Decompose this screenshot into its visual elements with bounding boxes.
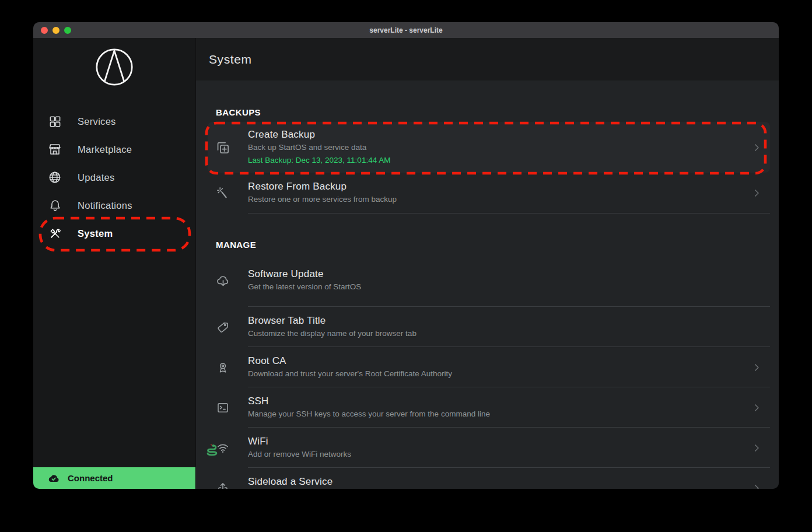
page-title: System	[209, 52, 252, 66]
settings-list: BACKUPSCreate BackupBack up StartOS and …	[196, 80, 779, 489]
sidebar-item-label: System	[78, 228, 113, 239]
cloud-download-icon	[208, 274, 238, 288]
chevron-right-icon	[751, 482, 762, 489]
sidebar-item-notifications[interactable]: Notifications	[33, 191, 195, 219]
cloud-check-icon	[47, 471, 61, 485]
sidebar-item-label: Marketplace	[78, 144, 132, 155]
tools-icon	[48, 226, 62, 240]
sidebar-item-services[interactable]: Services	[33, 107, 195, 135]
connection-status: Connected	[33, 467, 195, 489]
magic-wand-icon	[208, 186, 238, 200]
list-item-subtitle: Back up StartOS and service data	[248, 141, 390, 154]
sidebar-item-label: Notifications	[78, 200, 132, 211]
list-item-subtitle: Add or remove WiFi networks	[248, 448, 351, 461]
duplicate-plus-icon	[208, 140, 238, 155]
list-item-text: Sideload a ServiceManually install a ser…	[248, 475, 335, 489]
list-item-browser-tab-title[interactable]: Browser Tab TitleCustomize the display n…	[208, 307, 770, 347]
storefront-icon	[48, 142, 62, 156]
list-item-text: WiFiAdd or remove WiFi networks	[248, 435, 351, 461]
list-item-wifi[interactable]: WiFiAdd or remove WiFi networks	[208, 428, 770, 468]
list-item-subtitle: Download and trust your server's Root Ce…	[248, 368, 452, 380]
chevron-right-icon	[751, 142, 762, 153]
wifi-icon	[208, 441, 238, 455]
list-item-title: Root CA	[248, 355, 452, 368]
list-item-subtitle: Customize the display name of your brows…	[248, 327, 416, 340]
row-divider	[248, 213, 770, 214]
list-item-text: Create BackupBack up StartOS and service…	[248, 128, 390, 167]
section-heading-manage: MANAGE	[216, 240, 770, 250]
chevron-right-icon	[751, 187, 762, 199]
content-header: System	[196, 38, 779, 80]
sidebar-nav: ServicesMarketplaceUpdatesNotificationsS…	[33, 107, 195, 247]
chevron-right-icon	[751, 442, 762, 454]
list-item-text: Root CADownload and trust your server's …	[248, 355, 452, 380]
chevron-right-icon	[751, 402, 762, 414]
globe-icon	[48, 170, 62, 184]
list-item-text: SSHManage your SSH keys to access your s…	[248, 395, 490, 421]
list-item-title: Software Update	[248, 268, 361, 281]
list-item-title: SSH	[248, 395, 490, 408]
sidebar-item-marketplace[interactable]: Marketplace	[33, 135, 195, 163]
list-item-text: Software UpdateGet the latest version of…	[248, 268, 361, 293]
list-item-create-backup[interactable]: Create BackupBack up StartOS and service…	[208, 122, 770, 173]
titlebar: serverLite - serverLite	[33, 22, 779, 38]
start9-logo	[33, 47, 195, 87]
list-item-title: Sideload a Service	[248, 475, 335, 488]
list-item-root-ca[interactable]: Root CADownload and trust your server's …	[208, 347, 770, 387]
section-heading-backups: BACKUPS	[216, 107, 770, 117]
list-item-text: Browser Tab TitleCustomize the display n…	[248, 314, 416, 340]
status-badge: Connected	[68, 473, 113, 483]
pricetag-icon	[208, 320, 238, 334]
window-title: serverLite - serverLite	[33, 26, 779, 34]
list-item-subtitle: Manually install a service	[248, 488, 335, 489]
sideload-icon	[208, 481, 238, 489]
app-window: serverLite - serverLite ServicesMarketpl…	[33, 22, 779, 489]
sidebar-item-label: Updates	[78, 172, 115, 183]
list-item-sideload-a-service[interactable]: Sideload a ServiceManually install a ser…	[208, 468, 770, 489]
sidebar-item-updates[interactable]: Updates	[33, 163, 195, 191]
grid-icon	[48, 114, 62, 128]
list-item-subtitle: Manage your SSH keys to access your serv…	[248, 408, 490, 421]
terminal-icon	[208, 401, 238, 415]
chevron-right-icon	[751, 362, 762, 373]
list-item-restore-from-backup[interactable]: Restore From BackupRestore one or more s…	[208, 173, 770, 214]
screen: serverLite - serverLite ServicesMarketpl…	[0, 0, 812, 532]
list-item-title: Create Backup	[248, 128, 390, 141]
list-item-subtitle: Restore one or more services from backup	[248, 193, 397, 206]
list-item-title: WiFi	[248, 435, 351, 448]
last-backup-timestamp: Last Backup: Dec 13, 2023, 11:01:44 AM	[248, 154, 390, 167]
list-item-text: Restore From BackupRestore one or more s…	[248, 180, 397, 206]
sidebar: ServicesMarketplaceUpdatesNotificationsS…	[33, 38, 195, 489]
content-pane: System BACKUPSCreate BackupBack up Start…	[195, 38, 779, 489]
sidebar-item-label: Services	[78, 116, 116, 127]
sidebar-item-system[interactable]: System	[33, 219, 195, 247]
list-item-software-update[interactable]: Software UpdateGet the latest version of…	[208, 254, 770, 307]
ribbon-icon	[208, 360, 238, 374]
list-item-title: Restore From Backup	[248, 180, 397, 193]
list-item-ssh[interactable]: SSHManage your SSH keys to access your s…	[208, 387, 770, 428]
list-item-title: Browser Tab Title	[248, 314, 416, 327]
list-item-subtitle: Get the latest version of StartOS	[248, 281, 361, 293]
bell-icon	[48, 198, 62, 212]
